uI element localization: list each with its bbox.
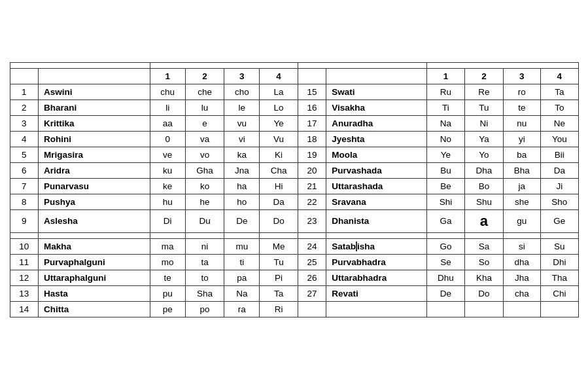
- pada-val-right: Do: [465, 285, 504, 301]
- pada-val-right: Bu: [426, 162, 465, 178]
- pada-val-left: ha: [224, 178, 260, 194]
- row-num-right: 20: [298, 162, 326, 178]
- pada-left-2: 2: [185, 68, 224, 84]
- pada-val-left: ka: [224, 147, 260, 162]
- pada-val-left: ma: [150, 238, 185, 254]
- pada-left-4: 4: [260, 68, 298, 84]
- pada-val-left: Hi: [260, 178, 298, 194]
- pada-val-right: Tha: [541, 270, 578, 285]
- pada-val-left: [260, 232, 298, 238]
- nakshatra-name-left: Purvaphalguni: [38, 254, 150, 270]
- pada-val-right: Re: [465, 84, 504, 99]
- pada-val-left: Tu: [260, 254, 298, 270]
- pada-val-left: Ye: [260, 115, 298, 131]
- nakshatra-name-right: Dhanista: [326, 209, 426, 232]
- pada-val-right: Yo: [465, 147, 504, 162]
- pada-val-left: ni: [185, 238, 224, 254]
- pada-val-right: Ru: [426, 84, 465, 99]
- pada-val-right: [465, 232, 504, 238]
- nakshatra-header-left: [10, 62, 150, 68]
- pada-val-right: dha: [503, 254, 540, 270]
- pada-val-left: De: [224, 209, 260, 232]
- pada-val-right: [465, 301, 504, 317]
- pada-val-left: lu: [185, 99, 224, 115]
- pada-val-left: ra: [224, 301, 260, 317]
- pada-val-right: Na: [426, 115, 465, 131]
- pada-val-right: Shi: [426, 194, 465, 209]
- nakshatra-name-right: Satabisha: [326, 238, 426, 254]
- pada-val-left: [224, 232, 260, 238]
- pada-val-left: aa: [150, 115, 185, 131]
- pada-val-left: va: [185, 131, 224, 147]
- pada-right-4: 4: [541, 68, 578, 84]
- pada-val-right: Dhi: [541, 254, 578, 270]
- row-num-left: 1: [10, 84, 38, 99]
- pada-val-left: Ri: [260, 301, 298, 317]
- pada-val-right: cha: [503, 285, 540, 301]
- pada-val-right: Go: [426, 238, 465, 254]
- nakshatra-name-left: Krittika: [38, 115, 150, 131]
- pada-val-right: So: [465, 254, 504, 270]
- pada-val-left: ho: [224, 194, 260, 209]
- pada-val-left: 0: [150, 131, 185, 147]
- nakshatra-name-left: Aslesha: [38, 209, 150, 232]
- pada-val-right: Kha: [465, 270, 504, 285]
- pada-val-right: Dha: [465, 162, 504, 178]
- pada-left-1: 1: [150, 68, 185, 84]
- pada-val-left: mu: [224, 238, 260, 254]
- row-num-right: 22: [298, 194, 326, 209]
- pada-val-right: [541, 301, 578, 317]
- pada-val-right: Ji: [541, 178, 578, 194]
- row-num-left: 12: [10, 270, 38, 285]
- pada-val-left: che: [185, 84, 224, 99]
- pada-val-right: Dhu: [426, 270, 465, 285]
- pada-val-right: Sho: [541, 194, 578, 209]
- pada-val-right: yi: [503, 131, 540, 147]
- pada-val-left: vu: [224, 115, 260, 131]
- row-num-right: 15: [298, 84, 326, 99]
- pada-val-right: Da: [541, 162, 578, 178]
- row-num-right: 18: [298, 131, 326, 147]
- nakshatra-name-right: Purvabhadra: [326, 254, 426, 270]
- row-num-right: 19: [298, 147, 326, 162]
- nakshatra-name-right: Moola: [326, 147, 426, 162]
- pada-val-right: Ne: [541, 115, 578, 131]
- row-num-left: 3: [10, 115, 38, 131]
- pada-val-right: De: [426, 285, 465, 301]
- pada-header-right: [426, 62, 578, 68]
- pada-val-left: Do: [260, 209, 298, 232]
- nakshatra-name-right: Swati: [326, 84, 426, 99]
- row-num-left: 4: [10, 131, 38, 147]
- nakshatra-name-right: Purvashada: [326, 162, 426, 178]
- nakshatra-name-right: Revati: [326, 285, 426, 301]
- pada-val-right: Su: [541, 238, 578, 254]
- pada-val-right: Tu: [465, 99, 504, 115]
- pada-val-left: e: [185, 115, 224, 131]
- pada-val-right: [426, 301, 465, 317]
- pada-val-right: Chi: [541, 285, 578, 301]
- nakshatra-name-right: Visakha: [326, 99, 426, 115]
- pada-val-left: ko: [185, 178, 224, 194]
- pada-val-left: he: [185, 194, 224, 209]
- pada-val-left: ku: [150, 162, 185, 178]
- pada-val-left: Gha: [185, 162, 224, 178]
- pada-val-right: gu: [503, 209, 540, 232]
- pada-val-left: ve: [150, 147, 185, 162]
- nakshatra-table: 1 2 3 4 1 2 3 4 1AswinichuchechoLa15Swat…: [10, 62, 579, 317]
- row-num-left: 6: [10, 162, 38, 178]
- pada-val-right: ro: [503, 84, 540, 99]
- nakshatra-name-right: Jyeshta: [326, 131, 426, 147]
- pada-val-left: [150, 232, 185, 238]
- pada-val-right: Ta: [541, 84, 578, 99]
- pada-val-right: Jha: [503, 270, 540, 285]
- nakshatra-name-right: [326, 232, 426, 238]
- pada-header-left: [150, 62, 298, 68]
- pada-val-left: vo: [185, 147, 224, 162]
- row-num-left: 7: [10, 178, 38, 194]
- nakshatra-name-left: Uttaraphalguni: [38, 270, 150, 285]
- pada-val-left: te: [150, 270, 185, 285]
- pada-val-right: Ni: [465, 115, 504, 131]
- pada-val-right: You: [541, 131, 578, 147]
- nakshatra-name-left: Hasta: [38, 285, 150, 301]
- pada-val-right: Ge: [541, 209, 578, 232]
